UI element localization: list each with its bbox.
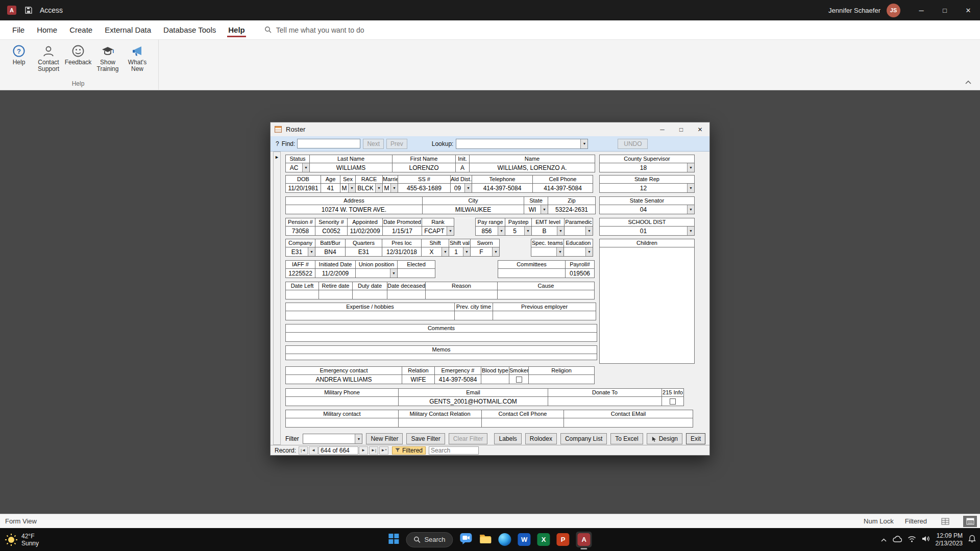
roster-maximize-button[interactable]: □ xyxy=(672,122,691,136)
dropdown-arrow-icon[interactable]: ▼ xyxy=(687,184,694,192)
to-excel-button[interactable]: To Excel xyxy=(610,433,643,444)
dropdown-arrow-icon[interactable]: ▼ xyxy=(556,247,564,256)
weather-widget[interactable]: 42°FSunny xyxy=(5,528,39,551)
lookup-combo[interactable]: ▼ xyxy=(456,139,588,149)
sex-input[interactable]: M▼ xyxy=(340,184,355,192)
undo-button[interactable]: UNDO xyxy=(618,139,648,149)
previous-employer-input[interactable] xyxy=(493,311,596,320)
filter-indicator[interactable]: Filtered xyxy=(392,446,426,455)
save-icon[interactable] xyxy=(24,6,33,14)
education-input[interactable]: ▼ xyxy=(564,247,593,256)
tell-me-search[interactable]: Tell me what you want to do xyxy=(264,26,364,34)
payroll-input[interactable]: 019506 xyxy=(566,269,594,278)
start-button[interactable] xyxy=(388,533,399,546)
checkbox-icon[interactable] xyxy=(516,377,522,383)
taskbar-search[interactable]: Search xyxy=(406,532,453,547)
status-input[interactable]: AC▼ xyxy=(286,163,309,172)
dropdown-arrow-icon[interactable]: ▼ xyxy=(390,269,397,278)
prev-city-time-input[interactable] xyxy=(455,311,493,320)
215-info-checkbox[interactable] xyxy=(662,397,683,406)
religion-input[interactable] xyxy=(529,375,594,384)
ribbon-feedback-button[interactable]: Feedback xyxy=(63,41,93,66)
dob-input[interactable]: 11/20/1981 xyxy=(286,184,321,192)
race-input[interactable]: BLCK▼ xyxy=(356,184,382,192)
pres-loc-input[interactable]: 12/31/2018 xyxy=(382,247,421,256)
dropdown-arrow-icon[interactable]: ▼ xyxy=(498,227,505,235)
rank-input[interactable]: FCAPT▼ xyxy=(422,227,454,235)
batt-bur-input[interactable]: BN4 xyxy=(315,247,345,256)
labels-button[interactable]: Labels xyxy=(494,433,521,444)
record-search-input[interactable]: Search xyxy=(429,446,479,455)
initiated-date-input[interactable]: 11/2/2009 xyxy=(315,269,355,278)
date-deceased-input[interactable] xyxy=(387,290,425,299)
menu-help[interactable]: Help xyxy=(222,20,251,39)
rolodex-button[interactable]: Rolodex xyxy=(525,433,557,444)
smoker-checkbox[interactable] xyxy=(509,375,528,384)
last-record-button[interactable]: ►| xyxy=(369,446,378,455)
date-left-input[interactable] xyxy=(286,290,318,299)
datasheet-view-button[interactable] xyxy=(938,516,952,527)
find-prev-button[interactable]: Prev xyxy=(386,139,407,149)
contact-cell-phone-input[interactable] xyxy=(482,418,564,427)
menu-database-tools[interactable]: Database Tools xyxy=(157,20,222,39)
maximize-button[interactable]: □ xyxy=(933,0,957,20)
dropdown-arrow-icon[interactable]: ▼ xyxy=(390,184,398,192)
first-record-button[interactable]: |◄ xyxy=(299,446,308,455)
cell-phone-input[interactable]: 414-397-5084 xyxy=(533,184,593,192)
emergency-num-input[interactable]: 414-397-5084 xyxy=(435,375,481,384)
powerpoint-button[interactable]: P xyxy=(557,533,570,546)
close-button[interactable]: ✕ xyxy=(957,0,980,20)
dropdown-arrow-icon[interactable]: ▼ xyxy=(348,184,355,192)
checkbox-icon[interactable] xyxy=(670,398,676,405)
dropdown-arrow-icon[interactable]: ▼ xyxy=(355,434,362,443)
zip-input[interactable]: 53224-2631 xyxy=(548,205,595,214)
save-filter-button[interactable]: Save Filter xyxy=(406,433,445,444)
sworn-input[interactable]: F▼ xyxy=(471,247,499,256)
new-filter-button[interactable]: New Filter xyxy=(366,433,403,444)
company-input[interactable]: E31▼ xyxy=(286,247,315,256)
company-list-button[interactable]: Company List xyxy=(560,433,607,444)
dropdown-arrow-icon[interactable]: ▼ xyxy=(687,163,694,172)
address-input[interactable]: 10274 W. TOWER AVE. xyxy=(286,205,422,214)
record-selector[interactable]: ► xyxy=(273,152,281,445)
military-contact-relation-input[interactable] xyxy=(399,418,481,427)
paystep-input[interactable]: 5▼ xyxy=(505,227,531,235)
county-supervisor-input[interactable]: 18▼ xyxy=(600,163,694,172)
avatar[interactable]: JS xyxy=(887,4,900,17)
dropdown-arrow-icon[interactable]: ▼ xyxy=(464,184,472,192)
roster-minimize-button[interactable]: ─ xyxy=(653,122,672,136)
dropdown-arrow-icon[interactable]: ▼ xyxy=(580,139,587,148)
menu-file[interactable]: File xyxy=(6,20,31,39)
name-input[interactable]: WILLIAMS, LORENZO A. xyxy=(470,163,595,172)
state-rep-input[interactable]: 12▼ xyxy=(600,184,694,192)
previous-record-button[interactable]: ◄ xyxy=(309,446,318,455)
comments-input[interactable] xyxy=(286,333,597,341)
paramedic-input[interactable]: ▼ xyxy=(565,227,593,235)
minimize-button[interactable]: ─ xyxy=(910,0,933,20)
collapse-ribbon-icon[interactable] xyxy=(965,78,972,87)
duty-date-input[interactable] xyxy=(353,290,387,299)
ribbon-help-button[interactable]: ? Help xyxy=(4,41,34,66)
shift-val-input[interactable]: 1▼ xyxy=(449,247,470,256)
age-input[interactable]: 41 xyxy=(321,184,340,192)
shift-input[interactable]: X▼ xyxy=(422,247,449,256)
menu-external-data[interactable]: External Data xyxy=(99,20,157,39)
new-record-button[interactable]: ►* xyxy=(379,446,388,455)
reason-input[interactable] xyxy=(426,290,497,299)
filter-combo[interactable]: ▼ xyxy=(303,434,363,444)
pension-input[interactable]: 73058 xyxy=(286,227,315,235)
appointed-input[interactable]: 11/02/2009 xyxy=(348,227,382,235)
pay-range-input[interactable]: 856▼ xyxy=(476,227,505,235)
retire-date-input[interactable] xyxy=(319,290,352,299)
word-button[interactable]: W xyxy=(518,533,531,546)
ribbon-show-training-button[interactable]: Show Training xyxy=(93,41,122,72)
hidden-icons-chevron[interactable] xyxy=(880,535,887,544)
military-contact-input[interactable] xyxy=(286,418,398,427)
access-button-active[interactable]: A xyxy=(576,532,592,547)
relation-input[interactable]: WIFE xyxy=(402,375,434,384)
blood-type-input[interactable] xyxy=(481,375,509,384)
next-record-button[interactable]: ► xyxy=(359,446,368,455)
dropdown-arrow-icon[interactable]: ▼ xyxy=(541,205,548,214)
donate-to-input[interactable] xyxy=(548,397,662,406)
roster-titlebar[interactable]: Roster ─ □ ✕ xyxy=(271,122,709,136)
